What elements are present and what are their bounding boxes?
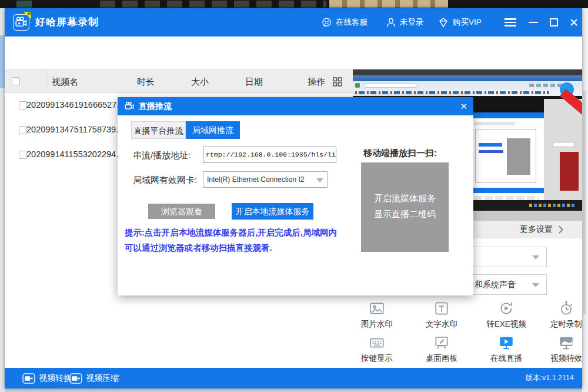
- nic-label: 局域网有效网卡:: [133, 175, 197, 186]
- buy-vip-button[interactable]: 购买VIP: [437, 8, 482, 36]
- feature-exe-video[interactable]: 转EXE视频: [477, 300, 536, 330]
- feature-video-effects[interactable]: 视频特效: [537, 334, 588, 364]
- hint-line-1: 提示:点击开启本地流媒体服务器后,开启完成后,局域网内: [125, 227, 348, 238]
- video-convert-button[interactable]: 视频转换: [22, 368, 72, 388]
- row-checkbox[interactable]: [19, 126, 27, 134]
- feature-label: 图片水印: [348, 319, 406, 330]
- column-header-size[interactable]: 大小: [191, 77, 209, 88]
- more-settings-button[interactable]: 更多设置: [520, 224, 553, 235]
- online-live-icon: [498, 334, 514, 351]
- stream-address-input[interactable]: rtmp://192.168.0.100:1935/hls/liveview: [203, 147, 336, 163]
- app-title: 好哈屏幕录制: [35, 8, 99, 36]
- video-name: 2020991346191666527....: [26, 100, 126, 109]
- desktop-background-top: [0, 0, 588, 8]
- qr-placeholder-line2: 显示直播二维码: [361, 209, 449, 220]
- column-header-name[interactable]: 视频名: [52, 77, 78, 88]
- qr-scan-title: 移动端播放扫一扫:: [363, 148, 437, 159]
- column-header-action[interactable]: 操作: [308, 77, 325, 88]
- close-button[interactable]: ✕: [566, 8, 582, 36]
- start-media-server-button[interactable]: 开启本地流媒体服务器: [232, 203, 313, 220]
- version-label: 版本:v1.1.2114: [526, 368, 574, 388]
- feature-label: 文字水印: [412, 319, 471, 330]
- app-logo-icon: H: [13, 14, 29, 31]
- video-compress-button[interactable]: 视频压缩: [69, 368, 119, 388]
- login-button[interactable]: 未登录: [385, 8, 424, 36]
- video-camera-icon: [22, 373, 35, 384]
- video-list-header: 视频名 时长 大小 日期 操作: [5, 69, 353, 93]
- column-header-date[interactable]: 日期: [245, 77, 263, 88]
- bottom-bar: 视频转换 视频压缩 版本:v1.1.2114: [5, 368, 582, 388]
- tab-lan-stream[interactable]: 局域网推流: [186, 121, 240, 139]
- column-header-duration[interactable]: 时长: [137, 77, 155, 88]
- minimize-button[interactable]: [525, 8, 542, 36]
- nic-value: Intel(R) Ethernet Connection I2: [207, 175, 304, 184]
- minimize-icon: [529, 22, 538, 24]
- video-name: 2020991411553202294....: [26, 150, 125, 159]
- qr-placeholder: 开启流媒体服务 显示直播二维码: [361, 162, 449, 252]
- chevron-down-icon: [532, 255, 539, 260]
- dialog-close-button[interactable]: ✕: [460, 97, 467, 115]
- feature-image-watermark[interactable]: 图片水印: [348, 300, 406, 330]
- video-camera-icon: [69, 373, 82, 384]
- video-effects-icon: [558, 334, 574, 351]
- qr-placeholder-line1: 开启流媒体服务: [361, 193, 449, 204]
- feature-label: 定时录制: [537, 319, 588, 330]
- chevron-down-icon: [532, 283, 539, 287]
- maximize-icon: [550, 18, 558, 26]
- desktop-drawboard-icon: [433, 334, 450, 351]
- preview-top-strip: [353, 69, 582, 75]
- video-name: 2020991347511758739....: [26, 125, 125, 134]
- online-service-label: 在线客服: [336, 17, 368, 28]
- dialog-camera-icon: [123, 100, 135, 112]
- background-icon-fragment: [16, 1, 32, 8]
- live-stream-dialog: 直播推流 ✕ 直播平台推流 局域网推流 串流/播放地址: rtmp://192.…: [118, 97, 473, 295]
- preview-browser-titlebar: [353, 75, 582, 81]
- menu-button[interactable]: [502, 8, 519, 36]
- background-banner-fragment: [329, 0, 448, 8]
- desktop: H 好哈屏幕录制 在线客服 未登录: [0, 0, 588, 392]
- column-divider: [46, 69, 46, 93]
- feature-label: 在线直播: [477, 353, 536, 364]
- titlebar: H 好哈屏幕录制 在线客服 未登录: [5, 8, 582, 36]
- chevron-down-icon: [316, 178, 323, 182]
- text-watermark-icon: [433, 300, 450, 317]
- desktop-background-bottom: [5, 388, 582, 392]
- hint-line-2: 可以通过浏览器或者移动扫描直接观看.: [125, 242, 348, 254]
- feature-timed-record[interactable]: 定时录制: [537, 300, 588, 330]
- browser-view-button[interactable]: 浏览器观看: [148, 204, 215, 219]
- hamburger-icon: [505, 16, 516, 28]
- headset-icon: [320, 16, 333, 29]
- desktop-background-left: [0, 8, 5, 392]
- video-compress-label: 视频压缩: [86, 373, 119, 384]
- image-watermark-icon: [369, 300, 385, 317]
- feature-label: 按键显示: [348, 353, 406, 364]
- tab-platform-stream[interactable]: 直播平台推流: [131, 121, 186, 139]
- record-toolbar: 时长: 00:00:00 麦克风: 系统声音:: [5, 36, 582, 69]
- login-status-label: 未登录: [400, 17, 424, 28]
- row-checkbox[interactable]: [19, 101, 27, 109]
- maximize-button[interactable]: [546, 8, 562, 36]
- user-icon: [385, 16, 397, 28]
- background-fragment: [0, 35, 5, 88]
- grid-view-icon[interactable]: [332, 77, 343, 87]
- timer-record-icon: [558, 300, 574, 317]
- background-fragment: [583, 91, 586, 314]
- buy-vip-label: 购买VIP: [453, 17, 482, 28]
- nic-select[interactable]: Intel(R) Ethernet Connection I2: [203, 171, 328, 188]
- diamond-icon: [437, 16, 450, 29]
- online-service-button[interactable]: 在线客服: [320, 8, 368, 36]
- select-all-checkbox[interactable]: [12, 77, 20, 85]
- feature-label: 转EXE视频: [477, 319, 536, 330]
- feature-desktop-drawboard[interactable]: 桌面画板: [412, 334, 471, 364]
- stream-address-label: 串流/播放地址:: [133, 150, 191, 161]
- preview-bookmarks-bar: [353, 89, 582, 96]
- audio-source-value: 和系统声音: [475, 280, 516, 290]
- keystroke-display-icon: [369, 334, 385, 351]
- exe-video-icon: [498, 300, 514, 317]
- row-checkbox[interactable]: [19, 151, 27, 159]
- feature-online-live[interactable]: 在线直播: [477, 334, 536, 364]
- video-convert-label: 视频转换: [39, 373, 72, 384]
- feature-keystroke-display[interactable]: 按键显示: [348, 334, 406, 364]
- background-text-fragment: [100, 1, 326, 8]
- feature-text-watermark[interactable]: 文字水印: [412, 300, 471, 330]
